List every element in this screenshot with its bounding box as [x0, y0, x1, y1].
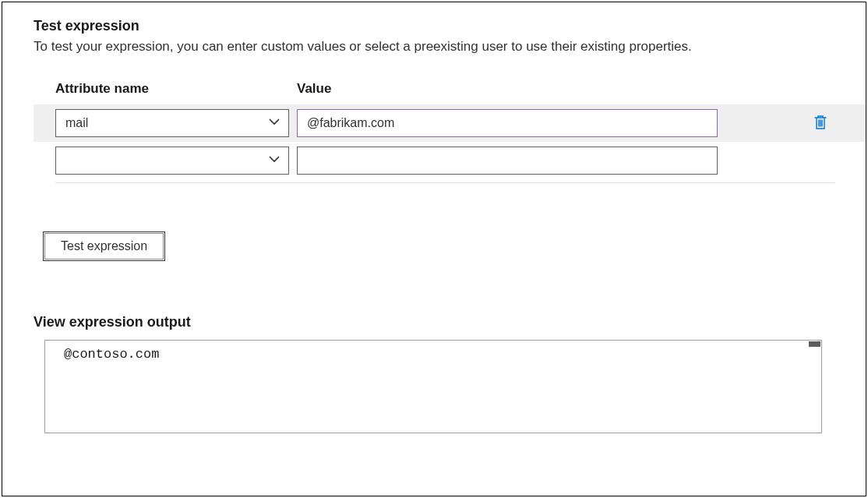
attribute-select-wrap [55, 147, 289, 175]
output-value: @contoso.com [64, 347, 159, 362]
trash-icon [813, 115, 827, 132]
expression-output-textarea[interactable]: @contoso.com [44, 340, 822, 433]
section-title: Test expression [34, 18, 834, 34]
delete-row-button[interactable] [806, 109, 834, 137]
header-value: Value [297, 81, 331, 97]
output-title: View expression output [34, 314, 834, 330]
attribute-section: Attribute name Value [34, 81, 834, 183]
attribute-value-input[interactable] [297, 109, 718, 137]
attribute-row [55, 142, 834, 179]
section-description: To test your expression, you can enter c… [34, 39, 834, 55]
attribute-rows [55, 104, 834, 183]
attribute-row [34, 104, 866, 142]
attribute-value-input[interactable] [297, 147, 718, 175]
column-headers: Attribute name Value [55, 81, 834, 97]
scrollbar-indicator [809, 341, 820, 347]
attribute-name-dropdown[interactable] [55, 109, 289, 137]
header-attribute-name: Attribute name [55, 81, 297, 97]
attribute-name-dropdown[interactable] [55, 147, 289, 175]
attribute-select-wrap [55, 109, 289, 137]
test-expression-panel: Test expression To test your expression,… [2, 2, 866, 496]
test-expression-button[interactable]: Test expression [44, 233, 164, 260]
